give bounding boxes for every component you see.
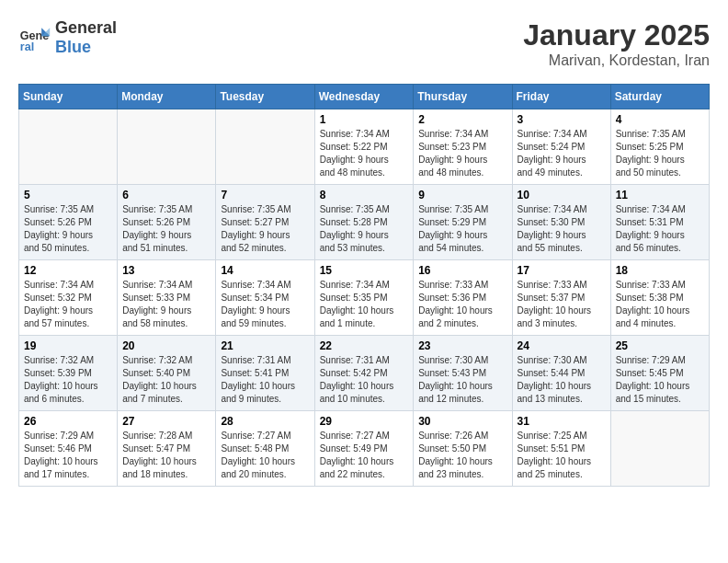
day-info: Sunrise: 7:35 AM Sunset: 5:26 PM Dayligh…: [24, 203, 112, 255]
calendar-cell: 12Sunrise: 7:34 AM Sunset: 5:32 PM Dayli…: [19, 260, 118, 336]
calendar-cell: 2Sunrise: 7:34 AM Sunset: 5:23 PM Daylig…: [414, 109, 512, 185]
calendar-cell: 9Sunrise: 7:35 AM Sunset: 5:29 PM Daylig…: [414, 185, 512, 260]
day-number: 16: [418, 264, 506, 277]
day-info: Sunrise: 7:28 AM Sunset: 5:47 PM Dayligh…: [122, 430, 210, 481]
day-info: Sunrise: 7:35 AM Sunset: 5:27 PM Dayligh…: [221, 203, 309, 255]
day-number: 13: [122, 264, 210, 277]
day-info: Sunrise: 7:34 AM Sunset: 5:35 PM Dayligh…: [320, 279, 409, 330]
day-number: 8: [320, 189, 409, 201]
calendar-cell: 29Sunrise: 7:27 AM Sunset: 5:49 PM Dayli…: [314, 411, 414, 487]
day-info: Sunrise: 7:34 AM Sunset: 5:30 PM Dayligh…: [518, 203, 606, 255]
day-number: 25: [616, 339, 704, 352]
day-number: 10: [518, 189, 606, 201]
calendar-cell: 21Sunrise: 7:31 AM Sunset: 5:41 PM Dayli…: [216, 336, 314, 411]
day-number: 2: [418, 113, 506, 126]
day-number: 11: [616, 189, 704, 201]
logo-icon: Gene ral: [18, 21, 51, 54]
calendar-week-row: 26Sunrise: 7:29 AM Sunset: 5:46 PM Dayli…: [19, 411, 710, 487]
svg-text:ral: ral: [20, 40, 34, 53]
day-number: 20: [122, 339, 210, 352]
calendar-cell: [118, 109, 216, 185]
day-info: Sunrise: 7:34 AM Sunset: 5:22 PM Dayligh…: [320, 128, 409, 179]
calendar-cell: 5Sunrise: 7:35 AM Sunset: 5:26 PM Daylig…: [19, 185, 118, 260]
calendar-week-row: 1Sunrise: 7:34 AM Sunset: 5:22 PM Daylig…: [19, 109, 710, 185]
day-number: 6: [122, 189, 210, 201]
day-number: 5: [24, 189, 112, 201]
logo-text-general: General: [55, 18, 117, 38]
weekday-header-sunday: Sunday: [19, 85, 118, 109]
day-info: Sunrise: 7:29 AM Sunset: 5:45 PM Dayligh…: [616, 354, 704, 406]
weekday-header-tuesday: Tuesday: [216, 85, 314, 109]
day-info: Sunrise: 7:27 AM Sunset: 5:49 PM Dayligh…: [320, 430, 409, 481]
day-info: Sunrise: 7:25 AM Sunset: 5:51 PM Dayligh…: [518, 430, 606, 481]
day-number: 23: [418, 339, 506, 352]
day-number: 14: [221, 264, 309, 277]
day-number: 9: [418, 189, 506, 201]
logo: Gene ral General Blue: [18, 18, 117, 57]
calendar-cell: 24Sunrise: 7:30 AM Sunset: 5:44 PM Dayli…: [512, 336, 610, 411]
calendar-cell: 7Sunrise: 7:35 AM Sunset: 5:27 PM Daylig…: [216, 185, 314, 260]
day-number: 24: [518, 339, 606, 352]
calendar-cell: 30Sunrise: 7:26 AM Sunset: 5:50 PM Dayli…: [414, 411, 512, 487]
day-info: Sunrise: 7:30 AM Sunset: 5:43 PM Dayligh…: [418, 354, 506, 406]
day-number: 31: [518, 415, 606, 428]
day-info: Sunrise: 7:29 AM Sunset: 5:46 PM Dayligh…: [24, 430, 112, 481]
calendar-cell: 3Sunrise: 7:34 AM Sunset: 5:24 PM Daylig…: [512, 109, 610, 185]
day-number: 18: [616, 264, 704, 277]
day-info: Sunrise: 7:35 AM Sunset: 5:25 PM Dayligh…: [616, 128, 704, 179]
day-number: 12: [24, 264, 112, 277]
calendar-cell: [610, 411, 709, 487]
day-info: Sunrise: 7:34 AM Sunset: 5:34 PM Dayligh…: [221, 279, 309, 330]
weekday-header-wednesday: Wednesday: [314, 85, 414, 109]
calendar-title: January 2025: [523, 18, 710, 52]
day-number: 17: [518, 264, 606, 277]
day-info: Sunrise: 7:35 AM Sunset: 5:29 PM Dayligh…: [418, 203, 506, 255]
calendar-cell: 17Sunrise: 7:33 AM Sunset: 5:37 PM Dayli…: [512, 260, 610, 336]
calendar-cell: [216, 109, 314, 185]
calendar-cell: 22Sunrise: 7:31 AM Sunset: 5:42 PM Dayli…: [314, 336, 414, 411]
day-info: Sunrise: 7:34 AM Sunset: 5:23 PM Dayligh…: [418, 128, 506, 179]
day-info: Sunrise: 7:34 AM Sunset: 5:33 PM Dayligh…: [122, 279, 210, 330]
calendar-cell: 13Sunrise: 7:34 AM Sunset: 5:33 PM Dayli…: [118, 260, 216, 336]
calendar-cell: 16Sunrise: 7:33 AM Sunset: 5:36 PM Dayli…: [414, 260, 512, 336]
calendar-cell: 23Sunrise: 7:30 AM Sunset: 5:43 PM Dayli…: [414, 336, 512, 411]
calendar-cell: 20Sunrise: 7:32 AM Sunset: 5:40 PM Dayli…: [118, 336, 216, 411]
day-number: 29: [320, 415, 409, 428]
calendar-cell: 15Sunrise: 7:34 AM Sunset: 5:35 PM Dayli…: [314, 260, 414, 336]
calendar-week-row: 19Sunrise: 7:32 AM Sunset: 5:39 PM Dayli…: [19, 336, 710, 411]
calendar-table: SundayMondayTuesdayWednesdayThursdayFrid…: [18, 84, 710, 487]
weekday-header-thursday: Thursday: [414, 85, 512, 109]
day-number: 27: [122, 415, 210, 428]
day-info: Sunrise: 7:33 AM Sunset: 5:38 PM Dayligh…: [616, 279, 704, 330]
calendar-cell: [19, 109, 118, 185]
day-info: Sunrise: 7:30 AM Sunset: 5:44 PM Dayligh…: [518, 354, 606, 406]
day-info: Sunrise: 7:27 AM Sunset: 5:48 PM Dayligh…: [221, 430, 309, 481]
weekday-header-friday: Friday: [512, 85, 610, 109]
day-info: Sunrise: 7:31 AM Sunset: 5:41 PM Dayligh…: [221, 354, 309, 406]
title-block: January 2025 Marivan, Kordestan, Iran: [523, 18, 710, 69]
day-info: Sunrise: 7:34 AM Sunset: 5:32 PM Dayligh…: [24, 279, 112, 330]
day-number: 26: [24, 415, 112, 428]
calendar-cell: 19Sunrise: 7:32 AM Sunset: 5:39 PM Dayli…: [19, 336, 118, 411]
weekday-header-monday: Monday: [118, 85, 216, 109]
calendar-cell: 4Sunrise: 7:35 AM Sunset: 5:25 PM Daylig…: [610, 109, 709, 185]
page-header: Gene ral General Blue January 2025 Mariv…: [18, 18, 710, 69]
calendar-subtitle: Marivan, Kordestan, Iran: [523, 52, 710, 69]
calendar-cell: 18Sunrise: 7:33 AM Sunset: 5:38 PM Dayli…: [610, 260, 709, 336]
day-number: 28: [221, 415, 309, 428]
calendar-cell: 31Sunrise: 7:25 AM Sunset: 5:51 PM Dayli…: [512, 411, 610, 487]
day-number: 22: [320, 339, 409, 352]
day-info: Sunrise: 7:34 AM Sunset: 5:31 PM Dayligh…: [616, 203, 704, 255]
calendar-cell: 27Sunrise: 7:28 AM Sunset: 5:47 PM Dayli…: [118, 411, 216, 487]
day-info: Sunrise: 7:35 AM Sunset: 5:26 PM Dayligh…: [122, 203, 210, 255]
day-info: Sunrise: 7:35 AM Sunset: 5:28 PM Dayligh…: [320, 203, 409, 255]
day-number: 15: [320, 264, 409, 277]
day-number: 4: [616, 113, 704, 126]
weekday-header-saturday: Saturday: [610, 85, 709, 109]
calendar-cell: 11Sunrise: 7:34 AM Sunset: 5:31 PM Dayli…: [610, 185, 709, 260]
day-info: Sunrise: 7:33 AM Sunset: 5:36 PM Dayligh…: [418, 279, 506, 330]
day-info: Sunrise: 7:32 AM Sunset: 5:39 PM Dayligh…: [24, 354, 112, 406]
weekday-header-row: SundayMondayTuesdayWednesdayThursdayFrid…: [19, 85, 710, 109]
calendar-cell: 25Sunrise: 7:29 AM Sunset: 5:45 PM Dayli…: [610, 336, 709, 411]
day-info: Sunrise: 7:26 AM Sunset: 5:50 PM Dayligh…: [418, 430, 506, 481]
